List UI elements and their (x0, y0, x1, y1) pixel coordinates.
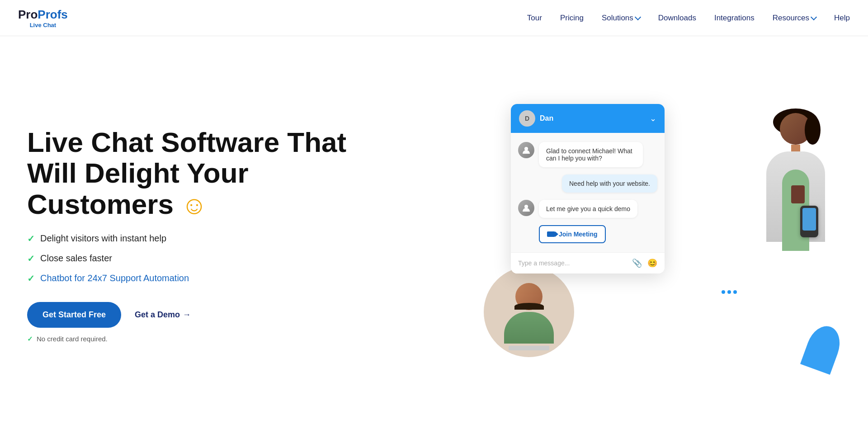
chevron-down-icon (811, 14, 817, 20)
logo-pro-text: Pro (18, 8, 38, 21)
agent-avatar-2 (518, 200, 534, 216)
agent-name: Dan (540, 114, 553, 123)
nav-link-help[interactable]: Help (834, 14, 850, 22)
chat-header-left: D Dan (519, 110, 553, 127)
logo-profs-text: Profs (38, 8, 67, 21)
chat-message-3: Let me give you a quick demo (518, 200, 657, 218)
feature-item-1: ✓ Delight visitors with instant help (27, 233, 457, 244)
check-icon-cc: ✓ (27, 335, 33, 343)
nav-item-integrations[interactable]: Integrations (714, 14, 755, 23)
coffee-cup-decoration (791, 185, 805, 203)
person-man-image (484, 267, 574, 357)
check-icon-1: ✓ (27, 233, 35, 244)
hero-cta: Get Started Free Get a Demo → (27, 302, 457, 328)
hero-section: Live Chat Software That Will Delight You… (0, 36, 868, 425)
hero-features: ✓ Delight visitors with instant help ✓ C… (27, 233, 457, 284)
dot-1 (722, 290, 725, 294)
person-woman-image (755, 108, 836, 325)
hero-left: Live Chat Software That Will Delight You… (27, 127, 475, 343)
nav-link-resources[interactable]: Resources (773, 14, 816, 23)
chat-bubble-3: Let me give you a quick demo (539, 200, 637, 218)
chat-footer-icons: 📎 😊 (632, 258, 657, 268)
check-icon-3: ✓ (27, 273, 35, 284)
logo[interactable]: ProProfs Live Chat (18, 8, 68, 28)
get-started-button[interactable]: Get Started Free (27, 302, 121, 328)
nav-link-downloads[interactable]: Downloads (658, 14, 696, 22)
chat-footer: Type a message... 📎 😊 (511, 252, 665, 273)
feature-item-2: ✓ Close sales faster (27, 253, 457, 264)
video-icon (547, 231, 555, 237)
emoji-icon[interactable]: 😊 (647, 258, 657, 268)
nav-item-resources[interactable]: Resources (773, 14, 816, 23)
dots-decoration (722, 290, 737, 294)
chat-body: Glad to connect Michael! What can I help… (511, 133, 665, 252)
agent-avatar: D (519, 110, 535, 127)
chat-bubble-1: Glad to connect Michael! What can I help… (539, 142, 643, 167)
chevron-down-icon (635, 14, 641, 20)
chat-bubble-2: Need help with your website. (562, 174, 657, 193)
chat-input[interactable]: Type a message... (518, 259, 627, 267)
nav-item-solutions[interactable]: Solutions (602, 14, 640, 23)
logo-subtitle: Live Chat (18, 22, 68, 28)
chat-message-2: Need help with your website. (518, 174, 657, 193)
nav-item-help[interactable]: Help (834, 14, 850, 23)
dot-3 (733, 290, 737, 294)
get-demo-button[interactable]: Get a Demo → (135, 310, 191, 320)
blue-wave-decoration (800, 321, 845, 375)
agent-avatar-initials: D (525, 115, 529, 122)
no-credit-card-notice: ✓ No credit card required. (27, 335, 457, 343)
nav-link-tour[interactable]: Tour (527, 14, 542, 22)
nav-link-integrations[interactable]: Integrations (714, 14, 755, 22)
smile-emoji: ☺ (181, 191, 207, 219)
nav-item-tour[interactable]: Tour (527, 14, 542, 23)
chat-widget: D Dan ⌄ Glad to connect Michael! What ca… (511, 104, 665, 273)
nav-links: Tour Pricing Solutions Downloads Integra… (527, 14, 850, 23)
chat-header: D Dan ⌄ (511, 104, 665, 133)
attachment-icon[interactable]: 📎 (632, 258, 642, 268)
agent-avatar-1 (518, 142, 534, 158)
hero-right: D Dan ⌄ Glad to connect Michael! What ca… (475, 95, 841, 375)
chat-collapse-icon[interactable]: ⌄ (650, 113, 656, 123)
navbar: ProProfs Live Chat Tour Pricing Solution… (0, 0, 868, 36)
chatbot-link[interactable]: Chatbot for 24x7 Support Automation (40, 273, 189, 283)
chat-message-1: Glad to connect Michael! What can I help… (518, 142, 657, 167)
svg-point-1 (524, 205, 528, 208)
dot-2 (727, 290, 731, 294)
svg-point-0 (524, 147, 528, 151)
hero-title: Live Chat Software That Will Delight You… (27, 127, 457, 220)
join-meeting-button[interactable]: Join Meeting (539, 225, 606, 243)
nav-item-pricing[interactable]: Pricing (560, 14, 584, 23)
nav-item-downloads[interactable]: Downloads (658, 14, 696, 23)
feature-item-3[interactable]: ✓ Chatbot for 24x7 Support Automation (27, 273, 457, 284)
nav-link-solutions[interactable]: Solutions (602, 14, 640, 23)
nav-link-pricing[interactable]: Pricing (560, 14, 584, 22)
check-icon-2: ✓ (27, 253, 35, 264)
